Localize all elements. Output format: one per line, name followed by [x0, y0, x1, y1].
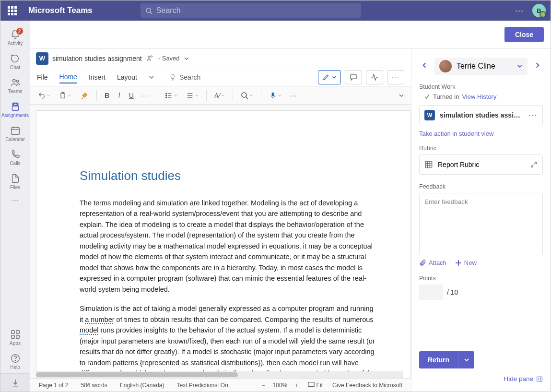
shared-icon	[146, 54, 154, 63]
rail-calendar[interactable]: Calendar	[0, 121, 30, 145]
hide-pane-link[interactable]: Hide pane	[504, 375, 543, 382]
prev-student-button[interactable]	[419, 60, 430, 72]
close-button[interactable]: Close	[504, 27, 544, 42]
svg-rect-5	[11, 127, 19, 134]
svg-point-0	[146, 8, 151, 12]
rail-teams[interactable]: Teams	[0, 73, 30, 97]
search-box[interactable]: Search	[141, 3, 361, 18]
rail-files[interactable]: Files	[0, 169, 30, 193]
return-button[interactable]: Return	[419, 351, 458, 368]
language[interactable]: English (Canada)	[118, 381, 166, 390]
rail-calls[interactable]: Calls	[0, 145, 30, 169]
chevron-down-icon	[332, 75, 337, 80]
svg-point-14	[15, 360, 15, 360]
align-button[interactable]	[185, 91, 199, 100]
catch-up-button[interactable]	[366, 70, 383, 84]
rail-chat[interactable]: Chat	[0, 49, 30, 73]
styles-button[interactable]: A⁄	[213, 91, 226, 101]
new-button[interactable]: New	[455, 259, 477, 266]
list-icon	[165, 92, 173, 99]
ribbon-more-button[interactable]: ···	[387, 70, 404, 84]
dictate-button[interactable]	[268, 90, 282, 101]
return-dropdown[interactable]	[458, 351, 474, 368]
user-avatar[interactable]: B	[532, 4, 546, 17]
tab-file[interactable]: File	[37, 71, 48, 83]
chevron-down-icon[interactable]	[184, 56, 189, 61]
zoom-out-button[interactable]: −	[260, 381, 267, 390]
top-bar: Microsoft Teams Search ··· B	[0, 0, 551, 21]
svg-rect-11	[11, 335, 14, 338]
feedback-input[interactable]	[419, 193, 543, 255]
rubric-name: Report Rubric	[438, 161, 525, 168]
text-predictions[interactable]: Text Predictions: On	[175, 381, 230, 390]
tell-me-search[interactable]: Search	[169, 73, 200, 81]
top-more-icon[interactable]: ···	[515, 6, 524, 16]
student-dropdown[interactable]: Terrie Cline	[434, 58, 528, 75]
svg-rect-10	[16, 330, 19, 333]
page-count[interactable]: Page 1 of 2	[37, 381, 70, 390]
saved-status: - Saved	[158, 55, 180, 62]
document-body[interactable]: Simulation studies The terms modeling an…	[30, 105, 411, 378]
status-bar: Page 1 of 2 586 words English (Canada) T…	[30, 378, 411, 392]
undo-icon	[38, 92, 46, 99]
download-button[interactable]	[0, 373, 30, 392]
app-launcher-icon[interactable]	[5, 4, 19, 17]
student-avatar	[439, 60, 452, 72]
zoom-in-button[interactable]: +	[293, 381, 300, 390]
expand-icon[interactable]	[530, 161, 538, 168]
doc-paragraph: Simulation is the act of taking a model …	[80, 303, 377, 378]
take-action-link[interactable]: Take action in student view	[419, 130, 543, 137]
document-page: Simulation studies The terms modeling an…	[36, 110, 411, 378]
comments-button[interactable]	[345, 70, 362, 84]
zoom-level: 100%	[273, 382, 288, 389]
chat-icon	[10, 53, 21, 64]
rubric-row[interactable]: Report Rubric	[419, 154, 543, 175]
chevron-down-icon	[464, 357, 469, 363]
bullets-button[interactable]	[164, 91, 178, 100]
find-button[interactable]	[240, 91, 254, 100]
next-student-button[interactable]	[532, 60, 543, 72]
rail-apps[interactable]: Apps	[0, 325, 30, 349]
chevron-down-icon	[517, 63, 523, 69]
svg-point-15	[148, 56, 150, 58]
editing-mode-dropdown[interactable]	[318, 70, 341, 84]
paste-button[interactable]	[58, 90, 72, 101]
rail-activity[interactable]: 2 Activity	[0, 25, 30, 49]
bulb-icon	[169, 73, 176, 81]
underline-button[interactable]: U	[128, 91, 135, 100]
fit-button[interactable]: Fit	[306, 380, 325, 390]
format-painter-button[interactable]	[79, 90, 90, 101]
rail-more-icon[interactable]: ···	[12, 196, 18, 205]
points-input[interactable]	[419, 285, 443, 300]
font-more-button[interactable]: ···	[141, 92, 150, 99]
collapse-ribbon-icon[interactable]	[399, 93, 404, 98]
tab-home[interactable]: Home	[59, 71, 77, 83]
attach-button[interactable]: Attach	[419, 259, 446, 266]
comment-icon	[349, 73, 358, 82]
word-count[interactable]: 586 words	[79, 381, 109, 390]
feedback-label: Feedback	[419, 183, 543, 190]
rail-help[interactable]: Help	[0, 349, 30, 373]
undo-button[interactable]	[37, 91, 51, 100]
svg-point-28	[242, 93, 246, 97]
file-more-icon[interactable]: ···	[528, 111, 538, 119]
svg-rect-4	[14, 104, 17, 105]
give-feedback[interactable]: Give Feedback to Microsoft	[330, 381, 404, 390]
tab-insert[interactable]: Insert	[89, 71, 106, 83]
pen-icon	[322, 73, 330, 81]
tab-layout[interactable]: Layout	[117, 71, 137, 83]
svg-rect-32	[308, 382, 314, 387]
italic-button[interactable]: I	[117, 91, 121, 100]
bold-button[interactable]: B	[104, 91, 110, 100]
svg-point-21	[165, 95, 166, 96]
points-label: Points	[419, 275, 543, 282]
view-history-link[interactable]: View History	[462, 93, 496, 100]
chevron-down-icon[interactable]	[149, 74, 154, 80]
rail-assignments[interactable]: Assignments	[0, 97, 30, 121]
horizontal-scrollbar[interactable]	[36, 371, 403, 378]
attached-file[interactable]: W simulation studies assig… ···	[419, 105, 543, 125]
svg-rect-9	[11, 330, 14, 333]
collapse-pane-icon	[536, 376, 543, 382]
toolbar-more-button[interactable]: ···	[289, 92, 298, 99]
file-name: simulation studies assig…	[440, 111, 524, 119]
